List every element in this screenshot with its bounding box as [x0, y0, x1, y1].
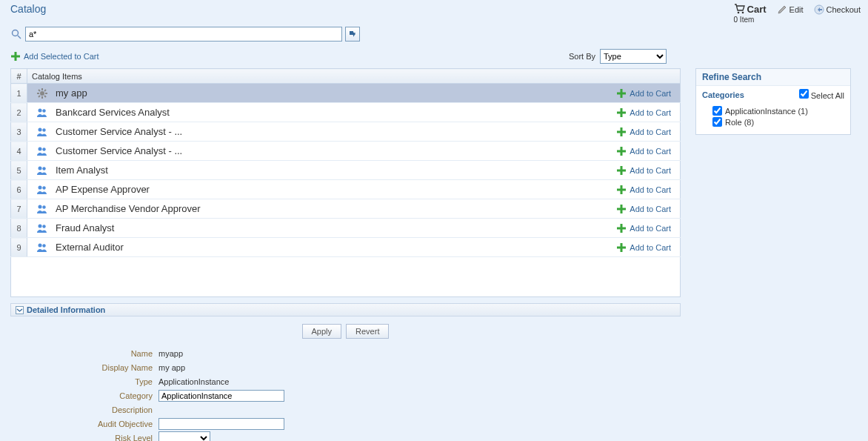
- add-to-cart-label: Add to Cart: [630, 224, 671, 233]
- svg-point-35: [42, 186, 45, 189]
- table-row[interactable]: 3Customer Service Analyst - ...Add to Ca…: [11, 122, 681, 142]
- select-all-checkbox[interactable]: Select All: [799, 89, 844, 100]
- search-go-button[interactable]: [345, 27, 360, 42]
- role-icon: [36, 242, 48, 253]
- table-row[interactable]: 4Customer Service Analyst - ...Add to Ca…: [11, 142, 681, 161]
- revert-button[interactable]: Revert: [346, 324, 389, 339]
- table-row[interactable]: 7AP Merchandise Vendor ApproverAdd to Ca…: [11, 199, 681, 219]
- role-icon: [36, 184, 48, 196]
- sort-by-select[interactable]: Type: [600, 49, 667, 64]
- risk-level-label: Risk Level: [10, 434, 158, 441]
- row-item-cell[interactable]: Customer Service Analyst - ...: [27, 142, 599, 161]
- category-checkbox[interactable]: ApplicationInstance (1): [712, 106, 846, 116]
- name-label: Name: [10, 349, 158, 358]
- table-empty-area: [10, 257, 681, 297]
- category-input[interactable]: [158, 390, 284, 402]
- role-icon: [36, 203, 48, 215]
- row-item-label: AP Merchandise Vendor Approver: [56, 203, 201, 214]
- row-item-label: External Auditor: [56, 242, 124, 253]
- add-to-cart-button[interactable]: Add to Cart: [604, 107, 676, 118]
- detail-header-label: Detailed Information: [27, 305, 105, 314]
- plus-icon: [616, 88, 627, 99]
- svg-point-34: [39, 185, 42, 189]
- row-item-cell[interactable]: my app: [27, 84, 599, 103]
- add-to-cart-button[interactable]: Add to Cart: [604, 242, 676, 253]
- search-input[interactable]: [25, 27, 342, 42]
- svg-rect-25: [617, 130, 626, 133]
- svg-rect-33: [617, 169, 626, 171]
- svg-point-46: [39, 243, 42, 247]
- svg-line-13: [44, 96, 46, 97]
- row-item-label: AP Expense Approver: [56, 184, 150, 195]
- row-item-cell[interactable]: AP Merchandise Vendor Approver: [27, 199, 599, 219]
- add-to-cart-button[interactable]: Add to Cart: [604, 165, 676, 176]
- row-item-cell[interactable]: External Auditor: [27, 238, 599, 257]
- svg-rect-6: [11, 56, 20, 58]
- row-item-cell[interactable]: AP Expense Approver: [27, 180, 599, 199]
- svg-point-39: [42, 205, 45, 208]
- table-row[interactable]: 6AP Expense ApproverAdd to Cart: [11, 180, 681, 199]
- role-icon: [36, 222, 48, 234]
- add-to-cart-button[interactable]: Add to Cart: [604, 204, 676, 214]
- catalog-table: # Catalog Items 1my appAdd to Cart2Bankc…: [10, 68, 681, 257]
- svg-point-23: [42, 128, 45, 131]
- col-items-header[interactable]: Catalog Items: [27, 69, 681, 84]
- svg-point-30: [39, 166, 42, 170]
- pencil-icon: [777, 4, 787, 15]
- add-to-cart-button[interactable]: Add to Cart: [604, 88, 676, 99]
- row-number: 6: [11, 180, 27, 199]
- add-to-cart-label: Add to Cart: [630, 185, 671, 194]
- table-row[interactable]: 9External AuditorAdd to Cart: [11, 238, 681, 257]
- row-item-cell[interactable]: Fraud Analyst: [27, 219, 599, 238]
- row-number: 3: [11, 122, 27, 142]
- checkout-icon: [814, 4, 824, 15]
- svg-point-22: [39, 127, 42, 131]
- add-to-cart-button[interactable]: Add to Cart: [604, 185, 676, 195]
- checkout-link[interactable]: Checkout: [814, 4, 861, 15]
- table-row[interactable]: 1my appAdd to Cart: [11, 84, 681, 103]
- row-number: 1: [11, 84, 27, 103]
- add-to-cart-button[interactable]: Add to Cart: [604, 146, 676, 156]
- row-number: 7: [11, 199, 27, 219]
- svg-point-18: [39, 108, 42, 112]
- risk-level-select[interactable]: [158, 431, 210, 441]
- table-row[interactable]: 2Bankcard Services AnalystAdd to Cart: [11, 103, 681, 122]
- cart-block: Cart 0 Item: [734, 3, 767, 24]
- row-item-cell[interactable]: Bankcard Services Analyst: [27, 103, 599, 122]
- col-num-header[interactable]: #: [11, 69, 27, 84]
- detail-header[interactable]: Detailed Information: [10, 303, 681, 316]
- add-to-cart-button[interactable]: Add to Cart: [604, 127, 676, 137]
- svg-rect-21: [617, 111, 626, 113]
- row-item-cell[interactable]: Customer Service Analyst - ...: [27, 122, 599, 142]
- category-checkbox[interactable]: Role (8): [712, 117, 846, 127]
- role-icon: [36, 107, 48, 119]
- category-item-label: ApplicationInstance (1): [725, 107, 808, 116]
- svg-point-19: [42, 109, 45, 112]
- audit-objective-input[interactable]: [158, 418, 284, 430]
- description-label: Description: [10, 405, 158, 414]
- row-number: 9: [11, 238, 27, 257]
- row-item-label: Item Analyst: [56, 165, 108, 176]
- plus-icon: [10, 51, 21, 62]
- row-item-label: my app: [56, 87, 87, 99]
- add-selected-to-cart[interactable]: Add Selected to Cart: [10, 51, 99, 62]
- row-item-label: Customer Service Analyst - ...: [56, 145, 182, 156]
- row-item-cell[interactable]: Item Analyst: [27, 161, 599, 180]
- audit-objective-label: Audit Objective: [10, 420, 158, 428]
- search-icon: [10, 28, 22, 40]
- svg-point-3: [13, 30, 19, 36]
- edit-link[interactable]: Edit: [777, 4, 804, 15]
- apply-button[interactable]: Apply: [302, 324, 342, 339]
- svg-line-12: [39, 90, 40, 91]
- add-to-cart-label: Add to Cart: [630, 205, 671, 213]
- add-to-cart-button[interactable]: Add to Cart: [604, 223, 676, 233]
- table-row[interactable]: 8Fraud AnalystAdd to Cart: [11, 219, 681, 238]
- plus-icon: [616, 127, 627, 137]
- add-to-cart-label: Add to Cart: [630, 89, 671, 98]
- type-label: Type: [10, 377, 158, 386]
- table-row[interactable]: 5Item AnalystAdd to Cart: [11, 161, 681, 180]
- role-icon: [36, 126, 48, 138]
- svg-rect-49: [617, 246, 626, 248]
- add-to-cart-label: Add to Cart: [630, 166, 671, 175]
- row-item-label: Bankcard Services Analyst: [56, 107, 170, 118]
